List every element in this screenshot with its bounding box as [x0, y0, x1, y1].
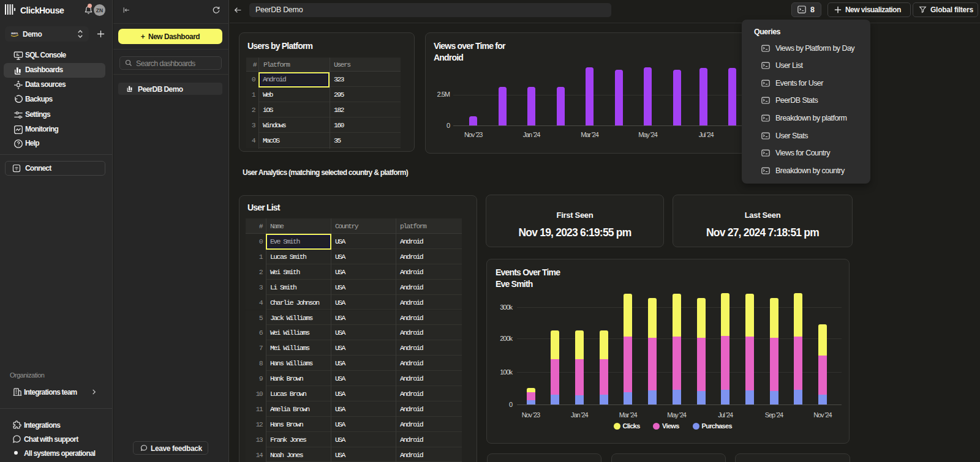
svg-text:aws: aws — [11, 31, 18, 35]
